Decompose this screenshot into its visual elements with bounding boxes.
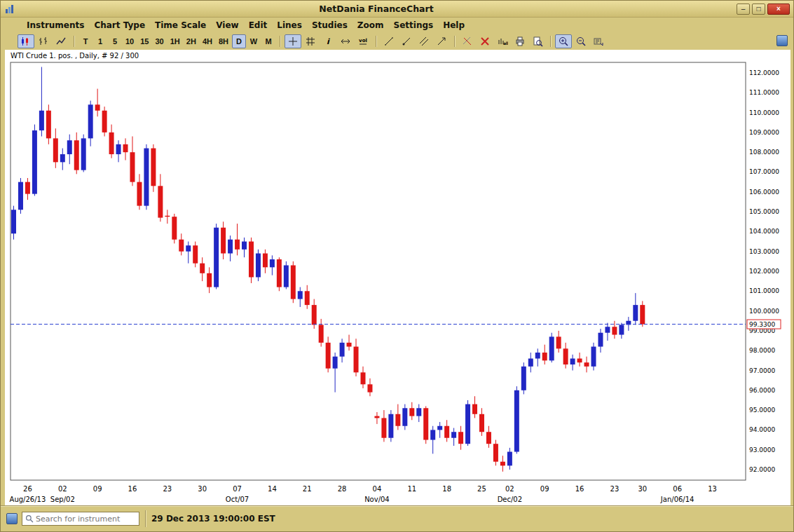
menu-zoom[interactable]: Zoom (352, 19, 389, 32)
svg-text:23: 23 (163, 485, 172, 493)
chart-type-bars-button[interactable] (35, 34, 52, 48)
zoom-reset-button[interactable] (590, 34, 607, 48)
svg-text:Jan/06/14: Jan/06/14 (660, 496, 694, 503)
svg-text:28: 28 (338, 485, 347, 493)
delete-button[interactable] (477, 34, 493, 48)
line-icon (55, 36, 67, 47)
chart-area: 112.0000111.0000110.0000109.0000108.0000… (5, 50, 790, 507)
volume-icon: vol (357, 36, 369, 47)
menu-help[interactable]: Help (438, 19, 470, 32)
toolbar-separator (376, 36, 376, 47)
svg-text:108.0000: 108.0000 (749, 149, 779, 156)
printer-icon (514, 36, 526, 47)
info-button[interactable]: i (320, 34, 336, 48)
svg-text:09: 09 (540, 485, 549, 493)
timeframe-2h-button[interactable]: 2H (184, 34, 199, 48)
panel-toggle-button[interactable] (776, 35, 788, 46)
crosshair-tool-button[interactable] (285, 34, 301, 48)
svg-text:26: 26 (23, 485, 32, 493)
timeframe-monthly-button[interactable]: M (261, 34, 275, 48)
svg-text:09: 09 (93, 485, 102, 493)
svg-text:18: 18 (442, 485, 451, 493)
chart-type-candlestick-button[interactable] (18, 34, 34, 48)
svg-text:02: 02 (505, 485, 514, 493)
zoom-out-icon (575, 36, 587, 47)
svg-text:100.0000: 100.0000 (749, 308, 779, 315)
search-box[interactable] (22, 512, 139, 526)
ray-tool-button[interactable] (398, 34, 415, 48)
timeframe-30min-button[interactable]: 30 (153, 34, 167, 48)
svg-text:21: 21 (303, 485, 312, 493)
svg-text:102.0000: 102.0000 (749, 268, 779, 275)
svg-text:98.0000: 98.0000 (749, 347, 775, 354)
svg-text:Dec/02: Dec/02 (498, 496, 522, 503)
svg-text:109.0000: 109.0000 (749, 129, 779, 136)
menu-chart-type[interactable]: Chart Type (89, 19, 150, 32)
menu-time-scale[interactable]: Time Scale (150, 19, 211, 32)
app-icon (4, 4, 15, 15)
menu-view[interactable]: View (211, 19, 243, 32)
svg-text:107.0000: 107.0000 (749, 168, 779, 175)
timeframe-5min-button[interactable]: 5 (108, 34, 122, 48)
timeframe-1h-button[interactable]: 1H (167, 34, 183, 48)
arrow-draw-tool-button[interactable] (433, 34, 450, 48)
minimize-button[interactable]: – (737, 4, 750, 15)
timeframe-8h-button[interactable]: 8H (216, 34, 231, 48)
timeframe-10min-button[interactable]: 10 (123, 34, 137, 48)
trend1-icon (383, 36, 395, 47)
timestamp: 29 Dec 2013 19:00:00 EST (151, 514, 275, 524)
scroll-mode-button[interactable] (337, 34, 354, 48)
maximize-button[interactable]: □ (752, 4, 765, 15)
svg-text:96.0000: 96.0000 (749, 387, 775, 394)
search-icon (25, 514, 34, 524)
zoom-in-button[interactable] (555, 34, 572, 48)
timeframe-4h-button[interactable]: 4H (200, 34, 215, 48)
menu-settings[interactable]: Settings (389, 19, 439, 32)
svg-text:97.0000: 97.0000 (749, 367, 775, 374)
price-chart[interactable]: 112.0000111.0000110.0000109.0000108.0000… (5, 50, 790, 507)
chart-type-line-button[interactable] (53, 34, 69, 48)
timeframe-1min-button[interactable]: 1 (93, 34, 107, 48)
app-window: NetDania FinanceChart – □ × InstrumentsC… (0, 0, 794, 532)
menu-studies[interactable]: Studies (307, 19, 352, 32)
svg-text:94.0000: 94.0000 (749, 426, 775, 433)
timeframe-15min-button[interactable]: 15 (137, 34, 151, 48)
svg-text:30: 30 (638, 485, 647, 493)
bars-icon (38, 36, 49, 47)
window-title: NetDania FinanceChart (18, 4, 734, 14)
autoscale-all-button[interactable]: all (494, 34, 511, 48)
trendline-tool-button[interactable] (381, 34, 397, 48)
menu-instruments[interactable]: Instruments (22, 19, 89, 32)
timeframe-weekly-button[interactable]: W (247, 34, 261, 48)
grid-toggle-button[interactable] (302, 34, 319, 48)
svg-text:95.0000: 95.0000 (749, 407, 775, 414)
parallel-lines-tool-button[interactable] (416, 34, 432, 48)
svg-text:02: 02 (58, 485, 67, 493)
svg-text:06: 06 (673, 485, 682, 493)
trend4-icon (436, 36, 447, 47)
info-icon: i (322, 36, 334, 47)
crosshair-icon (287, 36, 299, 47)
zoom-in-icon (558, 36, 569, 47)
svg-text:105.0000: 105.0000 (749, 208, 779, 215)
menu-lines[interactable]: Lines (272, 19, 307, 32)
search-input[interactable] (34, 514, 136, 524)
zoom-out-button[interactable] (573, 34, 589, 48)
candles-icon (20, 36, 32, 47)
svg-text:106.0000: 106.0000 (749, 189, 779, 196)
close-button[interactable]: × (767, 4, 790, 15)
workspace-button[interactable] (6, 513, 18, 524)
volume-toggle-button[interactable]: vol (355, 34, 371, 48)
x-axis-labels: 2602091623300714212804111825020916233006… (10, 485, 717, 503)
svg-text:16: 16 (575, 485, 584, 493)
timeframe-daily-button[interactable]: D (232, 34, 246, 48)
svg-text:104.0000: 104.0000 (749, 228, 779, 235)
titlebar: NetDania FinanceChart – □ × (1, 1, 793, 18)
remove-lines-button[interactable] (459, 34, 476, 48)
print-button[interactable] (512, 34, 528, 48)
menu-edit[interactable]: Edit (244, 19, 273, 32)
toolbar-separator (550, 36, 551, 47)
zoom-preview-button[interactable] (529, 34, 546, 48)
timeframe-tick-button[interactable]: T (78, 34, 93, 48)
scale-all-icon: all (497, 36, 508, 47)
